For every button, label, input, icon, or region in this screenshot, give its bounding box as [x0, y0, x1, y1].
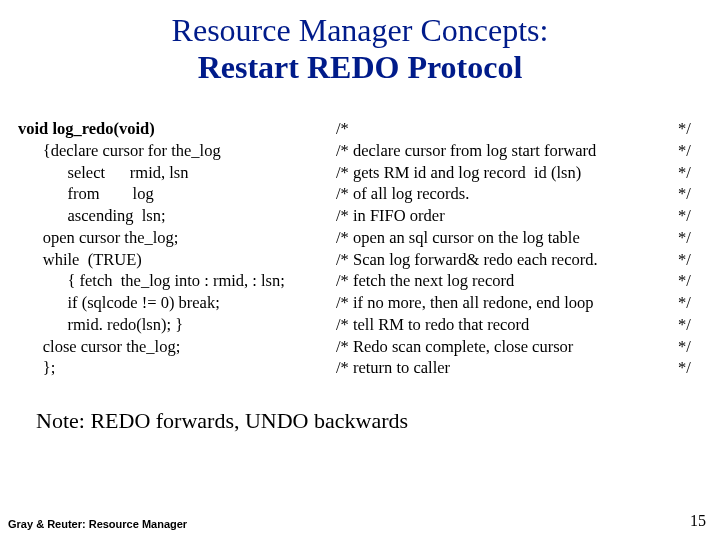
comment-close: */	[678, 205, 702, 227]
code-line: void log_redo(void)	[18, 118, 328, 140]
comment-close: */	[678, 140, 702, 162]
comment-line: /* open an sql cursor on the log table	[336, 227, 678, 249]
code-column: void log_redo(void) {declare cursor for …	[18, 118, 328, 379]
comment-line: /* of all log records.	[336, 183, 678, 205]
code-line: open cursor the_log;	[18, 227, 328, 249]
comment-line: /* declare cursor from log start forward	[336, 140, 678, 162]
title-line1: Resource Manager Concepts:	[172, 12, 549, 48]
code-line: {declare cursor for the_log	[18, 140, 328, 162]
comment-line: /* Redo scan complete, close cursor	[336, 336, 678, 358]
comment-line: /* if no more, then all redone, end loop	[336, 292, 678, 314]
comment-column: /*/* declare cursor from log start forwa…	[336, 118, 678, 379]
comment-line: /* return to caller	[336, 357, 678, 379]
comment-end-column: */*/*/*/*/*/*/*/*/*/*/*/	[678, 118, 702, 379]
comment-line: /* tell RM to redo that record	[336, 314, 678, 336]
code-line: { fetch the_log into : rmid, : lsn;	[18, 270, 328, 292]
slide-title: Resource Manager Concepts: Restart REDO …	[0, 0, 720, 86]
code-line: close cursor the_log;	[18, 336, 328, 358]
code-line: while (TRUE)	[18, 249, 328, 271]
comment-close: */	[678, 249, 702, 271]
code-line: };	[18, 357, 328, 379]
comment-close: */	[678, 336, 702, 358]
title-line2: Restart REDO Protocol	[198, 49, 523, 85]
comment-line: /*	[336, 118, 678, 140]
comment-close: */	[678, 162, 702, 184]
comment-line: /* fetch the next log record	[336, 270, 678, 292]
comment-line: /* in FIFO order	[336, 205, 678, 227]
comment-close: */	[678, 183, 702, 205]
note-text: Note: REDO forwards, UNDO backwards	[36, 408, 408, 434]
slide: Resource Manager Concepts: Restart REDO …	[0, 0, 720, 540]
footer-left: Gray & Reuter: Resource Manager	[8, 518, 187, 530]
comment-close: */	[678, 227, 702, 249]
comment-close: */	[678, 270, 702, 292]
comment-line: /* Scan log forward& redo each record.	[336, 249, 678, 271]
comment-close: */	[678, 292, 702, 314]
code-line: ascending lsn;	[18, 205, 328, 227]
code-line: select rmid, lsn	[18, 162, 328, 184]
comment-close: */	[678, 357, 702, 379]
page-number: 15	[690, 512, 706, 530]
comment-line: /* gets RM id and log record id (lsn)	[336, 162, 678, 184]
code-line: rmid. redo(lsn); }	[18, 314, 328, 336]
comment-close: */	[678, 314, 702, 336]
code-line: if (sqlcode != 0) break;	[18, 292, 328, 314]
comment-close: */	[678, 118, 702, 140]
code-line: from log	[18, 183, 328, 205]
body: void log_redo(void) {declare cursor for …	[18, 118, 702, 379]
